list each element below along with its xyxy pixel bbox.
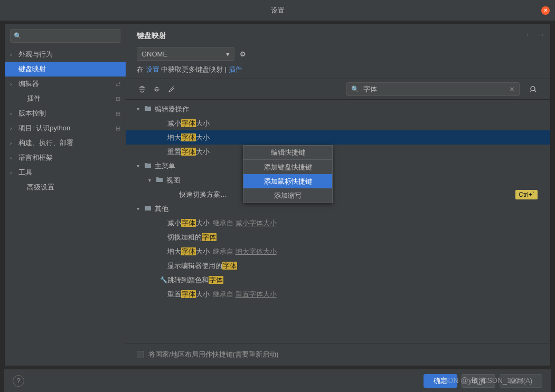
toolbar: 🔍 ✕ [126, 79, 550, 100]
inherit-info: 继承自 减小字体大小 [213, 218, 277, 228]
cancel-button[interactable]: 取消 [462, 374, 495, 388]
chevron-down-icon: ▾ [226, 50, 230, 58]
context-menu-header: 编辑快捷键 [243, 146, 332, 160]
apply-button[interactable]: 应用(A) [500, 374, 542, 388]
chevron-down-icon: ▾ [148, 177, 156, 183]
tree-row-5[interactable]: ▾视图 [126, 173, 550, 187]
sidebar-item-label: 高级设置 [18, 183, 120, 192]
keymap-search-input[interactable] [363, 85, 507, 93]
sidebar-item-label: 语言和框架 [18, 153, 120, 162]
chevron-right-icon: › [10, 140, 16, 146]
folder-icon [144, 205, 153, 213]
badge-icon: ⊞ [116, 110, 120, 117]
edit-icon[interactable] [166, 84, 177, 94]
sidebar-item-4[interactable]: ›版本控制⊞ [5, 106, 126, 121]
inherit-info: 继承自 重置字体大小 [213, 290, 277, 299]
tree-item-label: 增大字体大小 [167, 247, 210, 256]
tree-row-4[interactable]: ▾主菜单 [126, 159, 550, 173]
sidebar-item-2[interactable]: ›编辑器⇄ [5, 77, 126, 91]
tree-row-3[interactable]: 重置字体大小 [126, 145, 550, 159]
find-shortcut-icon[interactable] [527, 83, 540, 95]
sidebar-item-label: 项目: 认识python [18, 123, 116, 133]
tree-row-8[interactable]: 减小字体大小继承自 减小字体大小 [126, 216, 550, 230]
tree-item-label: 减小字体大小 [167, 119, 210, 128]
titlebar: 设置 ✕ [0, 0, 555, 21]
tree-item-label: 视图 [166, 176, 180, 185]
folder-icon [156, 176, 164, 184]
tree-row-0[interactable]: ▾编辑器操作 [126, 102, 550, 116]
svg-point-0 [531, 87, 535, 91]
inherit-link[interactable]: 减小字体大小 [236, 219, 277, 227]
sidebar: 🔍 ›外观与行为键盘映射›编辑器⇄插件⊞›版本控制⊞›项目: 认识python⊞… [5, 24, 126, 366]
hint-row: 在 设置 中获取更多键盘映射 | 插件 [137, 65, 540, 74]
footer-checkbox-row: 将国家/地区布局用作快捷键(需要重新启动) [126, 343, 550, 366]
chevron-right-icon: › [10, 170, 16, 176]
chevron-right-icon: › [10, 52, 16, 58]
folder-icon [144, 162, 153, 170]
sidebar-search-input[interactable] [24, 32, 117, 40]
keymap-search-box[interactable]: 🔍 ✕ [346, 82, 520, 96]
tree-item-label: 跳转到颜色和字体 [167, 275, 223, 285]
sidebar-item-label: 构建、执行、部署 [18, 138, 120, 148]
inherit-link[interactable]: 增大字体大小 [236, 247, 277, 255]
badge-icon: ⊞ [116, 95, 120, 102]
chevron-down-icon: ▾ [137, 206, 144, 212]
sidebar-item-6[interactable]: ›构建、执行、部署 [5, 136, 126, 150]
plugins-link[interactable]: 插件 [229, 65, 242, 73]
sidebar-item-1[interactable]: 键盘映射 [5, 62, 126, 77]
context-menu-item-2[interactable]: 添加缩写 [243, 188, 332, 203]
close-button[interactable]: ✕ [541, 6, 550, 15]
content-panel: 键盘映射 GNOME ▾ ⚙ 在 设置 中获取更多键盘映射 | 插件 [126, 24, 550, 366]
chevron-right-icon: › [10, 111, 16, 117]
tree-item-label: 快速切换方案… [179, 190, 227, 199]
sidebar-item-3[interactable]: 插件⊞ [5, 91, 126, 106]
collapse-all-icon[interactable] [152, 84, 162, 94]
tree-row-6[interactable]: 快速切换方案…Ctrl+` [126, 187, 550, 202]
sidebar-item-9[interactable]: 高级设置 [5, 180, 126, 195]
search-icon: 🔍 [14, 32, 22, 40]
keymap-tree[interactable]: ▾编辑器操作减小字体大小增大字体大小重置字体大小▾主菜单▾视图快速切换方案…Ct… [126, 100, 550, 343]
sidebar-item-7[interactable]: ›语言和框架 [5, 150, 126, 165]
context-menu-item-0[interactable]: 添加键盘快捷键 [243, 160, 332, 174]
bottom-bar: ? 确定 取消 应用(A) [4, 369, 551, 392]
expand-all-icon[interactable] [137, 84, 147, 94]
sidebar-item-8[interactable]: ›工具 [5, 165, 126, 180]
tree-row-12[interactable]: 🔧跳转到颜色和字体 [126, 273, 550, 287]
tree-row-7[interactable]: ▾其他 [126, 202, 550, 216]
tree-row-2[interactable]: 增大字体大小 [126, 130, 550, 145]
inherit-info: 继承自 增大字体大小 [213, 247, 277, 256]
ok-button[interactable]: 确定 [424, 374, 457, 388]
tree-item-label: 重置字体大小 [167, 290, 210, 299]
tree-row-10[interactable]: 增大字体大小继承自 增大字体大小 [126, 244, 550, 259]
national-layout-checkbox[interactable] [137, 351, 144, 358]
tree-row-9[interactable]: 切换加粗的字体 [126, 230, 550, 244]
context-menu-item-1[interactable]: 添加鼠标快捷键 [243, 174, 332, 188]
context-menu: 编辑快捷键 添加键盘快捷键添加鼠标快捷键添加缩写 [243, 145, 333, 203]
chevron-down-icon: ▾ [137, 106, 144, 112]
sidebar-item-5[interactable]: ›项目: 认识python⊞ [5, 121, 126, 136]
shortcut-badge: Ctrl+` [515, 190, 538, 199]
search-icon: 🔍 [351, 85, 359, 93]
sidebar-item-0[interactable]: ›外观与行为 [5, 47, 126, 62]
help-button[interactable]: ? [13, 375, 24, 387]
folder-icon [144, 105, 153, 113]
badge-icon: ⇄ [116, 81, 120, 88]
tree-row-1[interactable]: 减小字体大小 [126, 116, 550, 130]
gear-icon[interactable]: ⚙ [240, 50, 246, 58]
settings-link[interactable]: 设置 [146, 65, 159, 73]
sidebar-item-label: 外观与行为 [18, 50, 120, 59]
scheme-value: GNOME [142, 50, 167, 58]
tree-row-11[interactable]: 显示编辑器使用的字体 [126, 259, 550, 273]
sidebar-search[interactable]: 🔍 [10, 29, 120, 43]
sidebar-item-label: 插件 [18, 94, 116, 103]
checkbox-label: 将国家/地区布局用作快捷键(需要重新启动) [148, 350, 278, 359]
chevron-right-icon: › [10, 155, 16, 161]
scheme-dropdown[interactable]: GNOME ▾ [137, 47, 234, 61]
wrench-icon: 🔧 [160, 276, 167, 283]
tree-row-13[interactable]: 重置字体大小继承自 重置字体大小 [126, 287, 550, 301]
sidebar-item-label: 版本控制 [18, 109, 116, 118]
chevron-right-icon: › [10, 126, 16, 131]
inherit-link[interactable]: 重置字体大小 [236, 290, 277, 298]
clear-icon[interactable]: ✕ [509, 85, 515, 93]
tree-item-label: 主菜单 [155, 161, 175, 171]
